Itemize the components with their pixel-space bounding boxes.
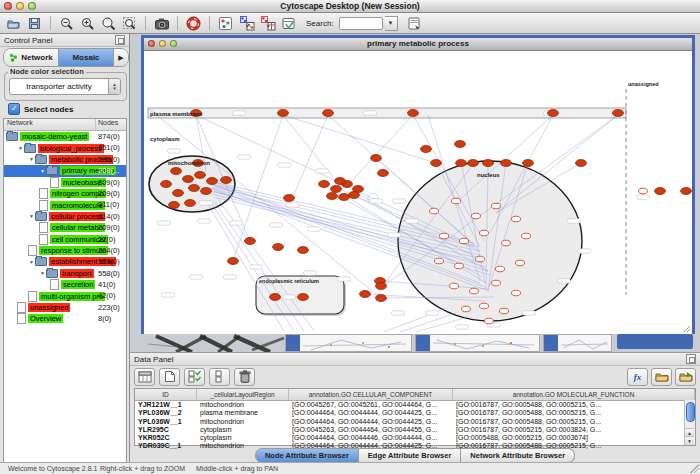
tab-network[interactable]: Network — [4, 49, 58, 66]
network-node[interactable] — [228, 258, 239, 265]
formula-builder-button[interactable]: fx — [627, 368, 648, 386]
tree-item-label[interactable]: cellular metabo — [50, 223, 105, 232]
network-node[interactable] — [408, 110, 419, 117]
network-node-outline[interactable] — [480, 303, 489, 309]
network-node[interactable] — [161, 181, 172, 188]
table-cell[interactable]: cytoplasm — [197, 434, 289, 442]
background-window-fragment[interactable] — [543, 334, 612, 352]
network-node[interactable] — [421, 146, 432, 153]
select-all-attributes-button[interactable] — [184, 368, 205, 386]
network-node[interactable] — [613, 110, 624, 117]
col-layout-region[interactable]: _cellularLayoutRegion — [197, 389, 289, 400]
network-node[interactable] — [207, 178, 218, 185]
zoom-fit-button[interactable] — [120, 15, 139, 32]
network-node-outline[interactable] — [485, 318, 494, 324]
network-node-outline[interactable] — [522, 233, 531, 239]
table-cell[interactable]: [GO:0005488, GO:0005215, GO:0003674] — [453, 434, 695, 442]
tab-edge-attribute-browser[interactable]: Edge Attribute Browser — [359, 448, 461, 463]
network-node[interactable] — [335, 178, 346, 185]
table-cell[interactable]: [GO:0045267, GO:0045261, GO:0044464, G..… — [289, 401, 453, 409]
network-node-outline[interactable] — [435, 258, 444, 264]
network-node[interactable] — [278, 110, 289, 117]
network-node[interactable] — [327, 193, 338, 200]
network-node[interactable] — [171, 168, 182, 175]
table-cell[interactable]: mitochondrion — [197, 401, 289, 409]
table-cell[interactable]: YJR121W__1 — [135, 401, 197, 409]
network-node[interactable] — [501, 160, 512, 167]
node-color-dropdown[interactable]: transporter activity ▲▼ — [9, 78, 121, 95]
network-node[interactable] — [323, 110, 334, 117]
table-cell[interactable]: [GO:0044464, GO:0044444, GO:0044425, G..… — [289, 409, 453, 417]
network-node[interactable] — [483, 160, 494, 167]
table-cell[interactable]: [GO:0016787, GO:0005488, GO:0005215, G..… — [453, 418, 695, 426]
network-node[interactable] — [431, 160, 442, 167]
tab-network-attribute-browser[interactable]: Network Attribute Browser — [461, 448, 575, 463]
tree-row[interactable]: ▼cellular process614(0) — [4, 211, 126, 222]
network-node-outline[interactable] — [492, 203, 501, 209]
snapshot-button[interactable] — [152, 15, 171, 32]
tree-row[interactable]: ▼establishment of lo558(0) — [4, 256, 126, 267]
expander-icon[interactable]: ▼ — [28, 156, 35, 162]
tree-row[interactable]: cellular metabo209(0) — [4, 222, 126, 233]
network-node-outline[interactable] — [492, 280, 501, 286]
network-node[interactable] — [270, 294, 281, 301]
tree-item-label[interactable]: cellular process — [49, 212, 105, 221]
tree-item-label[interactable]: transport — [60, 269, 94, 278]
background-window-fragment[interactable] — [285, 334, 412, 352]
network-node-outline[interactable] — [472, 213, 481, 219]
table-row[interactable]: YPL036W__1mitochondrion[GO:0044464, GO:0… — [135, 418, 695, 426]
table-row[interactable]: YLR295Ccytoplasm[GO:0045263, GO:0044464,… — [135, 426, 695, 434]
network-node[interactable] — [376, 283, 387, 290]
unselect-all-attributes-button[interactable] — [209, 368, 230, 386]
network-node-outline[interactable] — [512, 216, 521, 222]
network-node[interactable] — [681, 188, 692, 195]
background-window-fragment[interactable] — [415, 334, 540, 352]
configure-search-button[interactable] — [405, 15, 424, 32]
network-node[interactable] — [548, 110, 559, 117]
tree-row[interactable]: Overview8(0) — [4, 313, 126, 324]
tab-node-attribute-browser[interactable]: Node Attribute Browser — [255, 448, 359, 463]
network-node[interactable] — [371, 155, 382, 162]
network-node-outline[interactable] — [502, 240, 511, 246]
network-node[interactable] — [655, 188, 666, 195]
table-cell[interactable]: [GO:0016787, GO:0005488, GO:0005215, G..… — [453, 409, 695, 417]
select-nodes-checkbox[interactable]: ✓ — [8, 103, 20, 115]
window-resize-grip[interactable] — [684, 326, 690, 332]
network-node-outline[interactable] — [480, 230, 489, 236]
background-window-titlebar[interactable] — [617, 334, 693, 349]
network-node-outline[interactable] — [452, 198, 461, 204]
tree-row[interactable]: ▼transport558(0) — [4, 268, 126, 279]
tree-row[interactable]: nucleobase-209(0) — [4, 177, 126, 188]
network-node[interactable] — [576, 160, 587, 167]
network-node-outline[interactable] — [462, 306, 471, 312]
create-attribute-button[interactable] — [159, 368, 180, 386]
import-table-button[interactable] — [258, 15, 277, 32]
network-node[interactable] — [273, 244, 284, 251]
network-node[interactable] — [378, 170, 389, 177]
expander-icon[interactable]: ▼ — [39, 270, 46, 276]
network-node[interactable] — [201, 188, 212, 195]
expander-icon[interactable]: ▼ — [39, 168, 46, 174]
tree-row[interactable]: multi-organism pro42(0) — [4, 290, 126, 301]
select-attributes-button[interactable] — [134, 368, 155, 386]
help-button[interactable] — [184, 15, 203, 32]
col-molecular-function[interactable]: annotation.GO MOLECULAR_FUNCTION — [453, 389, 695, 400]
network-node[interactable] — [195, 172, 206, 179]
save-session-button[interactable] — [25, 15, 44, 32]
birdseye-view-button[interactable] — [216, 15, 235, 32]
network-node[interactable] — [183, 176, 194, 183]
network-node[interactable] — [173, 190, 184, 197]
tree-row[interactable]: macromolecule311(0) — [4, 199, 126, 210]
resize-grip[interactable] — [690, 464, 699, 473]
open-session-button[interactable] — [4, 15, 23, 32]
zoom-in-button[interactable] — [78, 15, 97, 32]
tab-scroll-right-button[interactable]: ▶ — [113, 49, 128, 66]
table-cell[interactable]: YLR295C — [135, 426, 197, 434]
network-node[interactable] — [339, 194, 350, 201]
network-node[interactable] — [360, 291, 371, 298]
attribute-wizard-button[interactable] — [279, 15, 298, 32]
tree-col-network[interactable]: Network — [4, 119, 96, 130]
network-node[interactable] — [349, 192, 360, 199]
network-node[interactable] — [185, 200, 196, 207]
tree-item-label[interactable]: secretion — [61, 280, 95, 289]
